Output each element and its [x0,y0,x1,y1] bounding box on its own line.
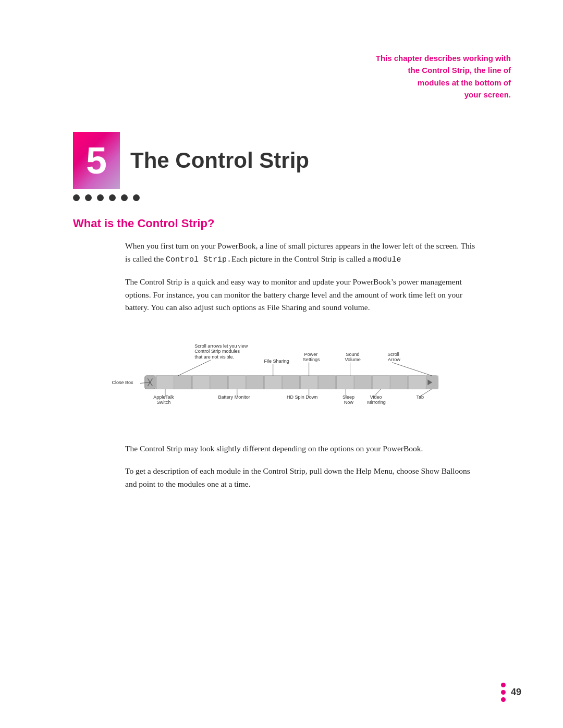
chapter-number: 5 [86,139,107,182]
svg-rect-5 [175,376,192,389]
svg-rect-6 [193,376,210,389]
page-dot-1 [501,683,506,687]
svg-text:Arrow: Arrow [388,357,400,362]
svg-text:that are not visible.: that are not visible. [194,355,234,360]
p1-text-part2: Each picture in the Control Strip is cal… [231,254,373,263]
svg-rect-16 [372,376,389,389]
svg-text:Power: Power [304,352,318,357]
page-dot-3 [501,697,506,702]
intro-line1: This chapter describes working with [42,52,511,64]
svg-line-52 [419,389,432,397]
dot-1 [73,194,80,201]
intro-line4: your screen. [42,89,511,101]
paragraph-3: The Control Strip may look slightly diff… [125,442,480,455]
svg-text:AppleTalk: AppleTalk [153,394,174,400]
chapter-number-box: 5 [73,132,120,189]
p1-module: module [373,255,401,264]
paragraph-2: The Control Strip is a quick and easy wa… [125,276,480,314]
intro-line3: modules at the bottom of [42,77,511,89]
chapter-header: 5 The Control Strip [73,132,521,189]
dot-5 [121,194,128,201]
svg-line-35 [392,363,432,376]
svg-rect-10 [264,376,282,389]
dot-6 [133,194,140,201]
svg-text:Settings: Settings [303,357,320,362]
svg-text:Video: Video [370,394,382,400]
svg-line-24 [178,360,211,376]
page-number: 49 [511,687,521,698]
svg-text:Switch: Switch [157,400,171,405]
svg-rect-13 [319,376,336,389]
intro-line2: the Control Strip, the line of [42,64,511,76]
svg-rect-18 [408,376,425,389]
svg-rect-8 [228,376,246,389]
svg-text:Volume: Volume [345,357,361,362]
dot-4 [109,194,116,201]
svg-text:Battery Monitor: Battery Monitor [218,394,250,400]
chapter-dots [73,194,521,201]
svg-rect-17 [390,376,408,389]
svg-text:Scroll arrows let you view: Scroll arrows let you view [194,343,248,349]
diagram-container: Scroll arrows let you view Control Strip… [83,324,490,428]
control-strip-diagram: Scroll arrows let you view Control Strip… [83,324,490,428]
dot-2 [85,194,92,201]
svg-text:Tab: Tab [417,394,424,400]
intro-text-block: This chapter describes working with the … [42,52,521,101]
page: This chapter describes working with the … [0,0,563,728]
paragraph-4: To get a description of each module in t… [125,465,480,491]
svg-text:Sound: Sound [346,352,359,357]
chapter-title: The Control Strip [130,148,309,173]
svg-text:Mirroring: Mirroring [367,400,386,405]
svg-text:Now: Now [344,400,354,405]
svg-text:Scroll: Scroll [387,352,399,357]
svg-rect-11 [283,376,300,389]
svg-rect-12 [300,376,317,389]
svg-rect-9 [247,376,264,389]
svg-text:Sleep: Sleep [342,394,354,400]
dot-3 [97,194,104,201]
svg-rect-4 [157,376,174,389]
svg-rect-7 [211,376,228,389]
svg-text:Close Box: Close Box [112,380,133,386]
page-dots [501,683,506,702]
svg-rect-15 [354,376,372,389]
p1-control-strip: Control Strip. [166,255,231,264]
svg-text:File Sharing: File Sharing [264,359,289,364]
page-number-area: 49 [501,683,521,702]
page-dot-2 [501,690,506,695]
svg-text:Control Strip modules: Control Strip modules [194,349,240,354]
section-heading: What is the Control Strip? [73,217,521,230]
paragraph-1: When you first turn on your PowerBook, a… [125,240,480,266]
svg-rect-14 [336,376,353,389]
svg-text:HD Spin Down: HD Spin Down [287,394,317,400]
